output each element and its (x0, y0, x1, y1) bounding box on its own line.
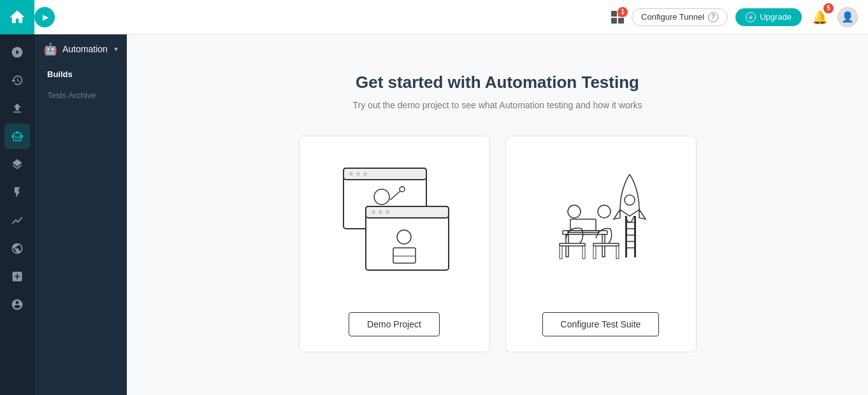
sidebar-item-tests-archive[interactable]: Tests Archive (34, 85, 127, 106)
sidebar-icon-upload[interactable] (4, 96, 30, 121)
sidebar-icon-add[interactable] (4, 264, 30, 289)
sidebar-icon-analytics[interactable] (4, 40, 30, 65)
svg-point-6 (400, 187, 405, 192)
sidebar-icon-settings[interactable] (4, 292, 30, 317)
main-layout: 🤖 Automation ▾ Builds Tests Archive Get … (0, 34, 868, 395)
home-icon (8, 8, 26, 26)
svg-rect-16 (634, 216, 636, 257)
svg-point-14 (625, 195, 635, 205)
sidebar-item-builds[interactable]: Builds (34, 64, 127, 85)
svg-rect-25 (570, 219, 596, 231)
svg-rect-28 (560, 243, 585, 246)
page-subtitle: Try out the demo project to see what Aut… (353, 100, 642, 110)
configure-tunnel-button[interactable]: Configure Tunnel ? (632, 8, 728, 26)
svg-point-11 (386, 210, 389, 214)
sidebar-icon-chart[interactable] (4, 208, 30, 233)
svg-rect-1 (344, 168, 426, 180)
robot-icon: 🤖 (43, 42, 57, 56)
grid-badge: 1 (618, 7, 628, 17)
configure-tunnel-label: Configure Tunnel (641, 12, 704, 22)
cards-row: Demo Project (256, 136, 740, 352)
user-avatar-icon: 👤 (841, 11, 854, 23)
demo-project-button[interactable]: Demo Project (349, 312, 440, 336)
svg-point-12 (397, 230, 411, 244)
grid-button[interactable]: 1 (611, 11, 624, 24)
svg-point-4 (363, 172, 367, 176)
user-avatar[interactable]: 👤 (837, 7, 858, 27)
play-button[interactable] (34, 7, 55, 27)
configure-test-suite-card: Configure Test Suite (505, 136, 697, 352)
help-icon: ? (708, 12, 718, 22)
svg-rect-8 (366, 206, 449, 218)
svg-rect-13 (393, 248, 416, 263)
svg-point-10 (379, 210, 382, 214)
svg-point-9 (372, 210, 375, 214)
sidebar-narrow (0, 34, 34, 395)
sidebar-icon-layers[interactable] (4, 152, 30, 177)
sidebar-icon-lightning[interactable] (4, 180, 30, 205)
sidebar-icon-history[interactable] (4, 68, 30, 93)
svg-rect-33 (593, 246, 596, 259)
svg-point-27 (568, 205, 581, 218)
svg-rect-15 (625, 216, 627, 257)
automation-section-header[interactable]: 🤖 Automation ▾ (34, 34, 127, 64)
upgrade-label: Upgrade (760, 12, 792, 22)
top-header: 1 Configure Tunnel ? + Upgrade 🔔 5 👤 (0, 0, 868, 34)
svg-rect-29 (560, 246, 562, 259)
content-area: Get started with Automation Testing Try … (127, 34, 868, 395)
svg-rect-34 (616, 246, 619, 259)
svg-point-3 (356, 172, 360, 176)
header-right: 1 Configure Tunnel ? + Upgrade 🔔 5 👤 (611, 7, 858, 27)
svg-point-2 (349, 172, 353, 176)
configure-test-suite-illustration (531, 155, 671, 283)
sidebar-expanded: 🤖 Automation ▾ Builds Tests Archive (34, 34, 127, 395)
automation-label: Automation (62, 44, 108, 54)
plus-circle-icon: + (746, 12, 756, 22)
sidebar-icon-automation[interactable] (4, 124, 30, 149)
demo-project-card: Demo Project (299, 136, 490, 352)
configure-test-suite-button[interactable]: Configure Test Suite (542, 312, 660, 336)
sidebar-icon-integration[interactable] (4, 236, 30, 261)
svg-point-31 (598, 205, 611, 218)
svg-point-5 (374, 189, 389, 205)
notification-button[interactable]: 🔔 5 (809, 7, 830, 27)
svg-rect-30 (582, 246, 585, 259)
svg-rect-32 (593, 243, 619, 246)
page-title: Get started with Automation Testing (356, 73, 639, 92)
logo-area[interactable] (0, 0, 34, 34)
demo-project-illustration (324, 155, 465, 283)
notification-badge: 5 (823, 3, 834, 13)
chevron-down-icon: ▾ (114, 45, 118, 54)
upgrade-button[interactable]: + Upgrade (735, 8, 802, 26)
